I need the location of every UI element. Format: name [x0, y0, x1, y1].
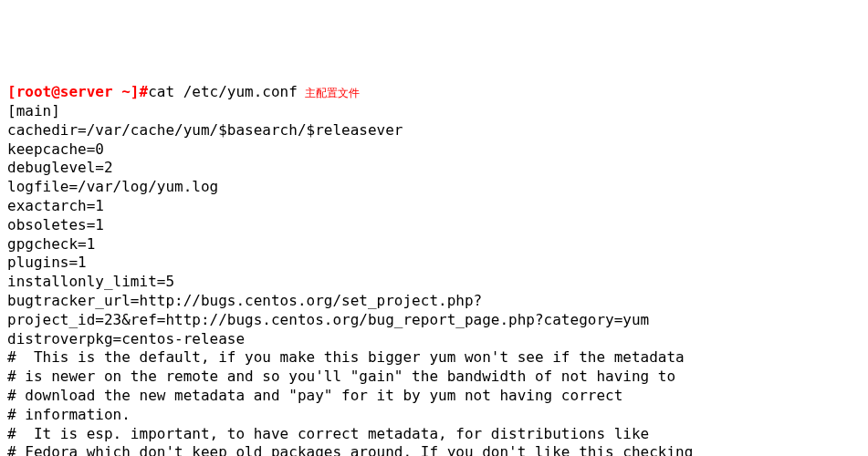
output-line: obsoletes=1 — [7, 216, 861, 235]
output-line: # Fedora which don't keep old packages a… — [7, 443, 861, 456]
shell-command: cat /etc/yum.conf — [148, 83, 298, 100]
output-line: exactarch=1 — [7, 197, 861, 216]
output-line: cachedir=/var/cache/yum/$basearch/$relea… — [7, 121, 861, 140]
output-line: bugtracker_url=http://bugs.centos.org/se… — [7, 292, 861, 330]
annotation-label: 主配置文件 — [305, 87, 360, 99]
output-line: plugins=1 — [7, 254, 861, 273]
output-line: # This is the default, if you make this … — [7, 348, 861, 368]
output-line: # download the new metadata and "pay" fo… — [7, 387, 861, 406]
output-line: keepcache=0 — [7, 140, 861, 160]
command-line[interactable]: [root@server ~]#cat /etc/yum.conf主配置文件 — [7, 83, 861, 102]
output-line: # It is esp. important, to have correct … — [7, 425, 861, 444]
output-line: [main] — [7, 102, 861, 121]
output-line: # is newer on the remote and so you'll "… — [7, 368, 861, 387]
output-line: gpgcheck=1 — [7, 235, 861, 254]
output-line: logfile=/var/log/yum.log — [7, 178, 861, 197]
output-line: installonly_limit=5 — [7, 273, 861, 292]
output-line: debuglevel=2 — [7, 159, 861, 178]
output-line: # information. — [7, 406, 861, 425]
output-line: distroverpkg=centos-release — [7, 330, 861, 349]
shell-prompt: [root@server ~]# — [7, 83, 148, 100]
